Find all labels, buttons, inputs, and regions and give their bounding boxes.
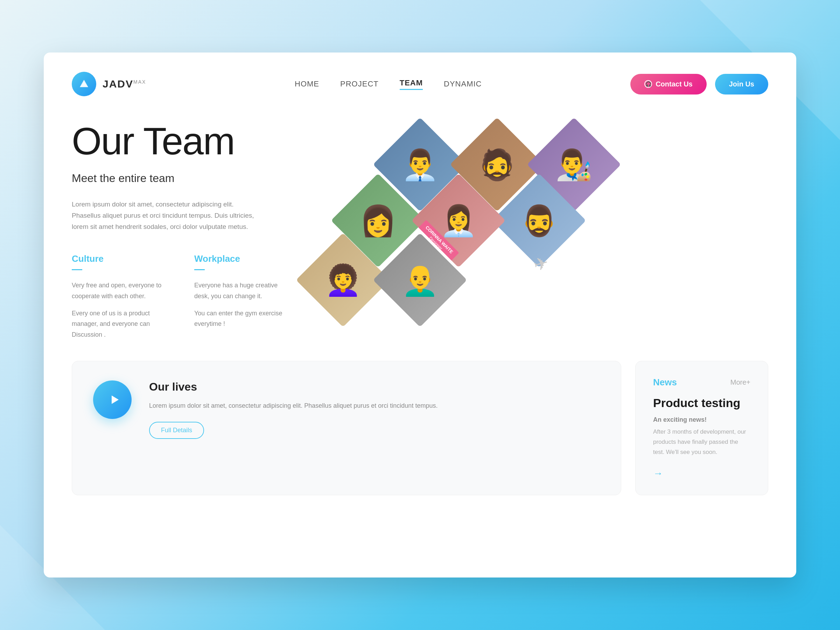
- diamond-grid: 👨‍💼 🧔 👨‍🎨 👩: [310, 121, 768, 338]
- navbar: JADVMAX HOME PROJECT TEAM DYNAMIC 🎧 Cont…: [44, 52, 796, 110]
- nav-team[interactable]: TEAM: [400, 78, 423, 90]
- workplace-text-2: You can enter the gym exercise everytime…: [194, 308, 289, 329]
- logo-icon: [72, 72, 96, 96]
- nav-buttons: 🎧 Contact Us Join Us: [630, 74, 768, 95]
- feature-workplace: Workplace Everyone has a huge creative d…: [194, 253, 289, 340]
- news-header: News More+: [653, 377, 750, 388]
- headset-icon: 🎧: [644, 80, 652, 88]
- contact-us-button[interactable]: 🎧 Contact Us: [630, 74, 707, 95]
- logo-area: JADVMAX: [72, 72, 146, 96]
- features-row: Culture Very free and open, everyone to …: [72, 253, 289, 340]
- left-content: Our Team Meet the entire team Lorem ipsu…: [72, 121, 289, 340]
- main-content: Our Team Meet the entire team Lorem ipsu…: [44, 110, 796, 340]
- culture-text-2: Every one of us is a product manager, an…: [72, 308, 166, 340]
- bottom-section: Our lives Lorem ipsum dolor sit amet, co…: [44, 340, 796, 523]
- nav-links: HOME PROJECT TEAM DYNAMIC: [295, 78, 482, 90]
- hero-title: Our Team: [72, 121, 289, 161]
- workplace-text-1: Everyone has a huge creative desk, you c…: [194, 280, 289, 302]
- news-subtitle: An exciting news!: [653, 416, 750, 423]
- workplace-line: [194, 269, 205, 270]
- team-photo-grid: 👨‍💼 🧔 👨‍🎨 👩: [310, 121, 768, 338]
- nav-project[interactable]: PROJECT: [340, 79, 379, 88]
- culture-text-1: Very free and open, everyone to cooperat…: [72, 280, 166, 302]
- news-body: After 3 months of development, our produ…: [653, 427, 750, 458]
- news-label: News: [653, 377, 677, 388]
- lives-card: Our lives Lorem ipsum dolor sit amet, co…: [72, 361, 621, 495]
- workplace-title: Workplace: [194, 253, 289, 264]
- hero-description: Lorem ipsum dolor sit amet, consectetur …: [72, 199, 261, 233]
- play-button[interactable]: [93, 381, 132, 419]
- main-card: JADVMAX HOME PROJECT TEAM DYNAMIC 🎧 Cont…: [44, 52, 796, 578]
- hero-subtitle: Meet the entire team: [72, 172, 289, 185]
- culture-line: [72, 269, 82, 270]
- lives-description: Lorem ipsum dolor sit amet, consectetur …: [149, 400, 600, 411]
- news-card: News More+ Product testing An exciting n…: [635, 361, 768, 495]
- nav-home[interactable]: HOME: [295, 79, 319, 88]
- svg-marker-2: [112, 395, 118, 404]
- news-more-link[interactable]: More+: [731, 378, 750, 387]
- lives-title: Our lives: [149, 381, 600, 393]
- join-us-button[interactable]: Join Us: [715, 74, 768, 95]
- lives-text: Our lives Lorem ipsum dolor sit amet, co…: [149, 381, 600, 439]
- culture-title: Culture: [72, 253, 166, 264]
- logo-text: JADVMAX: [103, 78, 146, 90]
- news-title: Product testing: [653, 396, 750, 410]
- news-arrow-icon[interactable]: →: [653, 468, 750, 479]
- full-details-button[interactable]: Full Details: [149, 422, 204, 439]
- nav-dynamic[interactable]: DYNAMIC: [444, 79, 482, 88]
- feature-culture: Culture Very free and open, everyone to …: [72, 253, 166, 340]
